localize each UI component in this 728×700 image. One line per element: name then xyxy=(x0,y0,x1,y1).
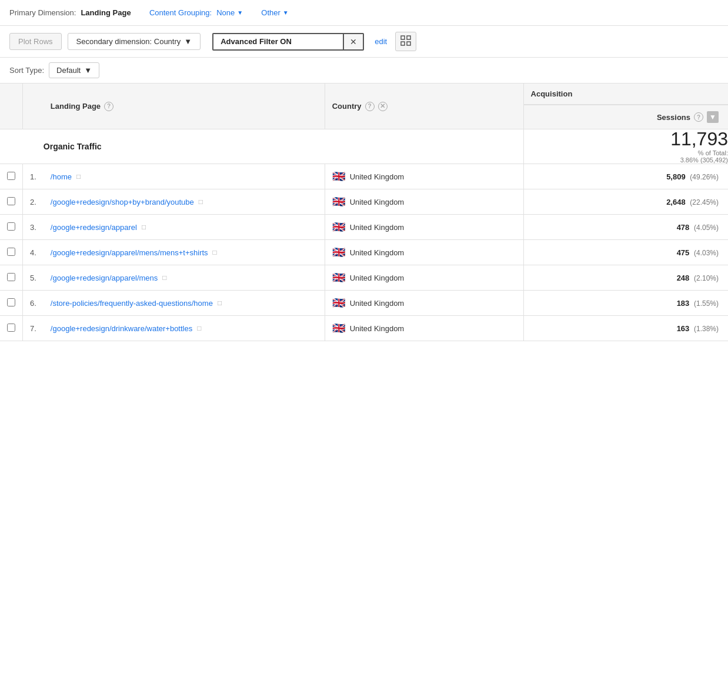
sessions-pct: (1.55%) xyxy=(694,299,719,308)
copy-icon[interactable]: □ xyxy=(142,223,146,231)
chevron-down-icon-4: ▼ xyxy=(84,66,92,75)
row-number: 3. xyxy=(23,215,44,240)
organic-sessions-total: 11,793 xyxy=(524,129,728,148)
primary-dimension-bar: Primary Dimension: Landing Page Content … xyxy=(0,0,728,26)
row-checkbox[interactable] xyxy=(7,324,15,332)
plot-rows-button[interactable]: Plot Rows xyxy=(9,33,62,50)
acquisition-header-row: Landing Page ? Country ? ✕ Acquisition xyxy=(0,84,728,105)
row-number: 1. xyxy=(23,164,44,189)
sessions-cell: 5,809 (49.26%) xyxy=(523,164,728,189)
filter-box: Advanced Filter ON ✕ xyxy=(212,33,364,51)
organic-traffic-label: Organic Traffic xyxy=(44,142,102,151)
secondary-dimension-label: Secondary dimension: Country xyxy=(76,37,181,46)
landing-page-link[interactable]: /google+redesign/drinkware/water+bottles xyxy=(51,324,192,333)
table-row: 5. /google+redesign/apparel/mens □ 🇬🇧 Un… xyxy=(0,265,728,291)
separator2 xyxy=(250,8,254,17)
landing-page-link[interactable]: /google+redesign/shop+by+brand/youtube xyxy=(51,198,194,206)
landing-page-cell: /home □ xyxy=(44,164,325,189)
table-row: 3. /google+redesign/apparel □ 🇬🇧 United … xyxy=(0,215,728,240)
sessions-col-label: Sessions xyxy=(657,113,690,122)
row-checkbox[interactable] xyxy=(7,197,15,205)
country-col-label: Country xyxy=(332,102,362,111)
sessions-help-icon[interactable]: ? xyxy=(694,112,703,122)
sessions-cell: 2,648 (22.45%) xyxy=(523,189,728,215)
country-cell: 🇬🇧 United Kingdom xyxy=(325,291,523,316)
sort-dropdown[interactable]: Default ▼ xyxy=(49,62,99,78)
country-name: United Kingdom xyxy=(350,198,405,206)
secondary-dimension-button[interactable]: Secondary dimension: Country ▼ xyxy=(68,33,201,50)
row-checkbox[interactable] xyxy=(7,248,15,256)
country-flag: 🇬🇧 xyxy=(332,322,345,335)
row-number: 5. xyxy=(23,265,44,291)
th-landing-page: Landing Page ? xyxy=(44,84,325,129)
th-country: Country ? ✕ xyxy=(325,84,523,129)
row-number: 7. xyxy=(23,316,44,341)
row-checkbox[interactable] xyxy=(7,172,15,180)
th-acquisition: Acquisition xyxy=(523,84,728,105)
chevron-down-icon-3: ▼ xyxy=(184,37,192,46)
landing-page-link[interactable]: /home xyxy=(51,172,72,181)
landing-page-link[interactable]: /google+redesign/apparel/mens/mens+t+shi… xyxy=(51,248,208,257)
svg-rect-1 xyxy=(407,36,410,39)
chevron-down-icon: ▼ xyxy=(237,9,243,16)
th-checkbox xyxy=(0,84,23,129)
copy-icon[interactable]: □ xyxy=(199,198,203,206)
separator xyxy=(138,8,142,17)
copy-icon[interactable]: □ xyxy=(197,324,201,332)
sessions-pct: (22.45%) xyxy=(690,198,719,206)
sessions-cell: 163 (1.38%) xyxy=(523,316,728,341)
landing-page-link[interactable]: /store-policies/frequently-asked-questio… xyxy=(51,299,213,308)
th-sessions: Sessions ? ▼ xyxy=(523,105,728,129)
sessions-pct: (4.03%) xyxy=(694,249,719,257)
primary-dimension-label: Primary Dimension: xyxy=(9,8,76,17)
sort-label: Sort Type: xyxy=(9,66,44,75)
table-row: 7. /google+redesign/drinkware/water+bott… xyxy=(0,316,728,341)
edit-link[interactable]: edit xyxy=(375,37,387,46)
sessions-pct: (2.10%) xyxy=(694,274,719,282)
country-cell: 🇬🇧 United Kingdom xyxy=(325,189,523,215)
row-checkbox[interactable] xyxy=(7,273,15,281)
other-dropdown[interactable]: Other ▼ xyxy=(261,8,288,17)
grid-view-button[interactable] xyxy=(395,32,416,51)
table-row: 4. /google+redesign/apparel/mens/mens+t+… xyxy=(0,240,728,265)
landing-page-col-label: Landing Page xyxy=(51,102,101,111)
row-checkbox[interactable] xyxy=(7,222,15,231)
country-flag: 🇬🇧 xyxy=(332,271,345,284)
sessions-cell: 475 (4.03%) xyxy=(523,240,728,265)
country-flag: 🇬🇧 xyxy=(332,246,345,259)
landing-page-cell: /google+redesign/apparel/mens/mens+t+shi… xyxy=(44,240,325,265)
sort-toolbar: Sort Type: Default ▼ xyxy=(0,58,728,84)
svg-rect-2 xyxy=(401,42,405,45)
landing-page-link[interactable]: /google+redesign/apparel/mens xyxy=(51,274,158,282)
copy-icon[interactable]: □ xyxy=(162,274,166,282)
sessions-value: 163 xyxy=(677,324,690,333)
sort-desc-icon[interactable]: ▼ xyxy=(707,111,719,123)
sessions-pct: (49.26%) xyxy=(690,173,719,181)
row-checkbox-cell xyxy=(0,164,23,189)
content-grouping-link[interactable]: Content Grouping: xyxy=(149,8,212,17)
filter-close-button[interactable]: ✕ xyxy=(343,34,363,49)
country-remove-icon[interactable]: ✕ xyxy=(378,102,388,111)
th-num xyxy=(23,84,44,129)
landing-page-cell: /google+redesign/apparel/mens □ xyxy=(44,265,325,291)
copy-icon[interactable]: □ xyxy=(76,172,81,181)
grid-icon xyxy=(400,39,411,48)
content-grouping-dropdown[interactable]: None ▼ xyxy=(216,8,243,17)
row-checkbox-cell xyxy=(0,265,23,291)
country-help-icon[interactable]: ? xyxy=(365,102,375,111)
landing-page-link[interactable]: /google+redesign/apparel xyxy=(51,223,137,232)
country-cell: 🇬🇧 United Kingdom xyxy=(325,164,523,189)
landing-page-help-icon[interactable]: ? xyxy=(104,102,113,111)
copy-icon[interactable]: □ xyxy=(218,299,222,307)
content-grouping-value: None xyxy=(216,8,235,17)
country-cell: 🇬🇧 United Kingdom xyxy=(325,215,523,240)
row-number: 6. xyxy=(23,291,44,316)
country-flag: 🇬🇧 xyxy=(332,195,345,208)
copy-icon[interactable]: □ xyxy=(213,248,217,256)
row-checkbox[interactable] xyxy=(7,298,15,306)
landing-page-cell: /store-policies/frequently-asked-questio… xyxy=(44,291,325,316)
row-checkbox-cell xyxy=(0,189,23,215)
landing-page-cell: /google+redesign/apparel □ xyxy=(44,215,325,240)
country-name: United Kingdom xyxy=(350,223,405,232)
acquisition-label: Acquisition xyxy=(524,84,728,105)
